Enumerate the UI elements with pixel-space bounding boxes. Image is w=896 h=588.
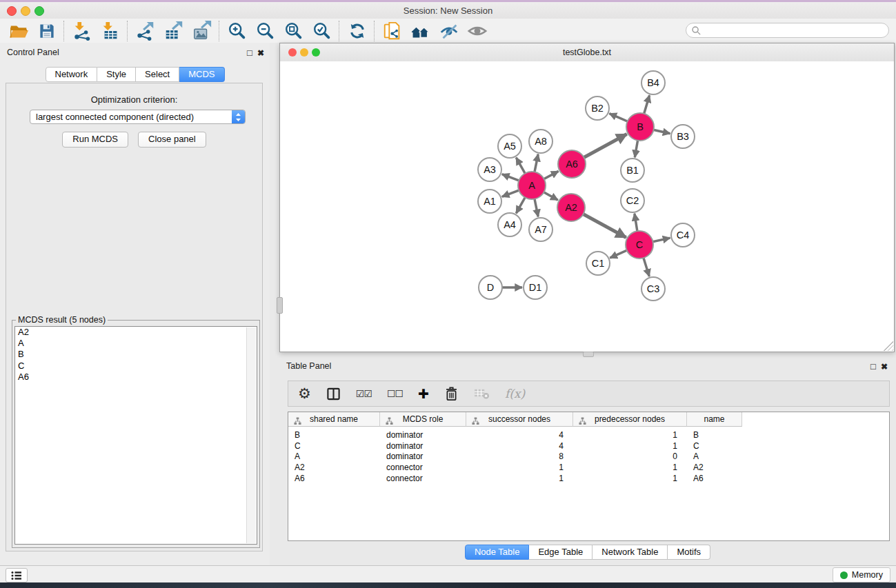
node-A[interactable]: A <box>518 172 546 199</box>
node-C4[interactable]: C4 <box>671 223 695 247</box>
save-session-icon[interactable] <box>32 20 61 42</box>
table-row[interactable]: Cdominator41C <box>288 440 889 452</box>
criterion-select[interactable]: largest connected component (directed) <box>30 110 246 124</box>
column-header-mcds-role[interactable]: MCDS role <box>380 412 466 427</box>
cell-name: A <box>687 452 742 461</box>
app-titlebar: Session: New Session <box>0 2 896 19</box>
result-scrollbar[interactable] <box>246 327 256 543</box>
tab-select[interactable]: Select <box>136 67 179 82</box>
status-bar: Memory <box>0 565 896 582</box>
result-item[interactable]: B <box>15 349 257 360</box>
task-history-button[interactable] <box>6 568 28 582</box>
tab-network-table[interactable]: Network Table <box>593 545 668 560</box>
network-window-titlebar[interactable]: testGlobe.txt <box>280 43 894 62</box>
export-table-icon[interactable] <box>159 20 188 42</box>
run-mcds-button[interactable]: Run MCDS <box>62 132 128 148</box>
node-A6[interactable]: A6 <box>558 150 586 178</box>
node-C3[interactable]: C3 <box>641 277 665 301</box>
duplicate-network-icon[interactable] <box>378 20 406 42</box>
table-settings-gear-icon[interactable]: ⚙ <box>298 385 311 402</box>
node-B3[interactable]: B3 <box>671 125 695 148</box>
refresh-icon[interactable] <box>343 20 371 42</box>
tab-motifs[interactable]: Motifs <box>668 545 710 560</box>
tab-node-table[interactable]: Node Table <box>465 545 530 560</box>
node-D[interactable]: D <box>479 276 502 299</box>
node-B4[interactable]: B4 <box>641 71 665 94</box>
mcds-panel: Optimization criterion: largest connecte… <box>6 83 263 551</box>
node-A7[interactable]: A7 <box>529 218 552 241</box>
close-panel-icon[interactable]: ✖ <box>881 360 888 374</box>
node-A2[interactable]: A2 <box>557 194 585 221</box>
table-row[interactable]: A2connector11A2 <box>288 462 889 473</box>
home-pair-icon[interactable] <box>406 20 435 42</box>
node-A5[interactable]: A5 <box>498 134 521 158</box>
svg-text:B1: B1 <box>626 165 639 176</box>
close-panel-icon[interactable]: ✖ <box>257 46 264 60</box>
search-input[interactable] <box>701 24 888 37</box>
network-canvas[interactable]: AA6A2BCA5A8A3A1A4A7B2B4B3B1C2C4C1C3DD1 <box>280 61 894 352</box>
node-C[interactable]: C <box>626 231 653 258</box>
table-panel-title: Table Panel <box>286 361 331 371</box>
svg-text:D: D <box>487 282 494 293</box>
show-columns-icon[interactable] <box>326 387 341 401</box>
zoom-in-icon[interactable] <box>223 20 251 42</box>
cell-predecessor-nodes: 0 <box>573 452 687 461</box>
result-item[interactable]: A2 <box>15 327 257 338</box>
node-C2[interactable]: C2 <box>621 189 644 212</box>
tab-edge-table[interactable]: Edge Table <box>529 545 593 560</box>
column-header-successor-nodes[interactable]: successor nodes <box>466 412 573 427</box>
memory-button[interactable]: Memory <box>833 567 890 582</box>
node-B[interactable]: B <box>626 113 654 141</box>
select-all-columns-icon[interactable]: ☑☑ <box>356 388 372 399</box>
cell-name: A6 <box>687 474 742 483</box>
import-network-icon[interactable] <box>68 20 96 42</box>
node-A8[interactable]: A8 <box>529 130 552 153</box>
float-panel-icon[interactable]: □ <box>870 360 876 374</box>
network-window-title: testGlobe.txt <box>280 48 894 57</box>
node-A1[interactable]: A1 <box>478 190 501 213</box>
hide-panels-eye-icon[interactable] <box>435 20 463 42</box>
tab-network[interactable]: Network <box>45 67 97 82</box>
node-D1[interactable]: D1 <box>524 276 547 299</box>
close-panel-button[interactable]: Close panel <box>138 132 206 148</box>
svg-text:D1: D1 <box>529 282 542 293</box>
memory-label: Memory <box>852 570 883 580</box>
result-item[interactable]: A <box>15 338 257 349</box>
cell-predecessor-nodes: 1 <box>573 441 687 451</box>
node-A4[interactable]: A4 <box>498 213 521 236</box>
zoom-selected-icon[interactable] <box>308 20 336 42</box>
column-header-shared-name[interactable]: shared name <box>288 412 380 427</box>
svg-text:A6: A6 <box>566 159 578 170</box>
resize-grip-icon[interactable] <box>884 341 893 351</box>
node-B1[interactable]: B1 <box>621 159 644 182</box>
function-builder-icon: f(x) <box>505 387 525 401</box>
column-header-name[interactable]: name <box>687 412 742 427</box>
node-A3[interactable]: A3 <box>478 158 501 181</box>
float-panel-icon[interactable]: □ <box>247 46 252 60</box>
result-item[interactable]: A6 <box>15 372 257 383</box>
delete-column-trash-icon[interactable] <box>444 385 459 402</box>
export-image-icon[interactable] <box>188 20 216 42</box>
table-row[interactable]: Adominator80A <box>288 452 889 463</box>
open-session-icon[interactable] <box>4 20 32 42</box>
table-row[interactable]: Bdominator41B <box>288 429 889 440</box>
node-C1[interactable]: C1 <box>586 252 610 275</box>
column-header-predecessor-nodes[interactable]: predecessor nodes <box>573 412 687 427</box>
zoom-out-icon[interactable] <box>251 20 279 42</box>
result-item[interactable]: C <box>15 361 257 372</box>
show-panels-eye-icon[interactable] <box>463 20 491 42</box>
unselect-all-columns-icon[interactable]: ☐☐ <box>387 388 403 399</box>
network-graph: AA6A2BCA5A8A3A1A4A7B2B4B3B1C2C4C1C3DD1 <box>280 61 894 352</box>
table-panel-tabs: Node TableEdge TableNetwork TableMotifs <box>279 545 896 560</box>
splitter-handle-icon[interactable] <box>277 297 283 314</box>
table-row[interactable]: A6connector11A6 <box>288 473 889 484</box>
export-network-icon[interactable] <box>131 20 159 42</box>
cell-successor-nodes: 1 <box>466 474 573 483</box>
search-box[interactable] <box>686 23 889 38</box>
add-column-icon[interactable]: ✚ <box>418 386 429 402</box>
node-B2[interactable]: B2 <box>586 97 609 120</box>
tab-mcds[interactable]: MCDS <box>179 67 224 82</box>
zoom-fit-icon[interactable] <box>279 20 308 42</box>
import-table-icon[interactable] <box>96 20 124 42</box>
tab-style[interactable]: Style <box>97 67 136 82</box>
